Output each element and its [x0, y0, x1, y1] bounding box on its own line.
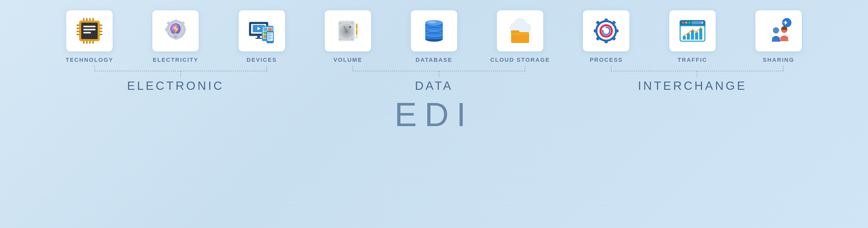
svg-rect-15 [76, 31, 80, 32]
svg-point-71 [339, 39, 341, 40]
svg-rect-119 [695, 32, 698, 40]
svg-rect-30 [174, 33, 178, 35]
svg-point-124 [696, 31, 698, 33]
svg-rect-7 [89, 18, 91, 21]
svg-rect-25 [165, 28, 168, 31]
svg-rect-9 [83, 41, 85, 44]
edi-label: EDI [395, 96, 474, 133]
icon-card-devices [239, 10, 285, 51]
sharing-label: SHARING [763, 56, 794, 63]
icon-item-cloud-storage: CLOUD STORAGE [477, 10, 563, 63]
svg-rect-23 [175, 20, 178, 22]
svg-rect-2 [83, 26, 96, 27]
svg-rect-117 [687, 33, 690, 40]
svg-point-69 [339, 23, 341, 24]
svg-rect-128 [780, 37, 788, 41]
svg-rect-13 [76, 25, 80, 26]
devices-label: DEVICES [247, 56, 277, 63]
svg-point-65 [349, 26, 351, 28]
cloud-storage-label: CLOUD STORAGE [490, 56, 550, 63]
svg-rect-57 [268, 39, 270, 40]
volume-icon [333, 15, 363, 46]
svg-rect-43 [264, 28, 268, 31]
svg-point-123 [692, 29, 693, 31]
svg-rect-8 [92, 18, 94, 21]
svg-rect-12 [92, 41, 94, 44]
svg-point-122 [688, 32, 689, 34]
svg-rect-3 [83, 29, 96, 30]
volume-label: VOLUME [334, 56, 362, 63]
svg-point-125 [700, 27, 702, 29]
icon-item-volume: VOLUME [305, 10, 391, 63]
svg-rect-39 [257, 36, 260, 38]
process-label: PROCESS [590, 56, 623, 63]
svg-rect-17 [99, 25, 102, 26]
svg-rect-67 [356, 24, 358, 29]
devices-icon [246, 15, 277, 46]
svg-point-111 [685, 22, 687, 24]
svg-rect-31 [174, 35, 177, 36]
svg-rect-99 [615, 29, 619, 32]
icon-card-process [583, 10, 629, 51]
icon-item-process: PROCESS [563, 10, 649, 63]
electricity-icon [160, 15, 191, 46]
technology-icon [74, 15, 105, 46]
svg-rect-53 [268, 34, 271, 35]
data-label: DATA [415, 79, 453, 92]
svg-rect-20 [99, 34, 102, 35]
icon-item-sharing: SHARING [736, 10, 822, 63]
svg-rect-1 [81, 23, 98, 39]
icon-card-traffic [669, 10, 716, 51]
svg-point-110 [682, 22, 684, 24]
icon-card-database [411, 10, 457, 51]
svg-rect-6 [86, 18, 88, 21]
svg-point-82 [428, 21, 436, 24]
svg-point-114 [701, 22, 703, 24]
svg-rect-96 [604, 18, 608, 22]
icon-card-technology [66, 10, 113, 51]
group-labels-row: ELECTRONIC DATA INTERCHANGE [0, 79, 868, 92]
svg-rect-4 [83, 32, 91, 33]
icon-card-sharing [755, 10, 802, 51]
electronic-label: ELECTRONIC [127, 79, 224, 92]
icon-item-technology: TECHNOLOGY [46, 10, 132, 63]
icons-row: TECHNOLOGY [0, 10, 868, 63]
icon-item-traffic: TRAFFIC [649, 10, 736, 63]
svg-rect-130 [772, 37, 780, 42]
svg-rect-98 [594, 29, 597, 32]
svg-rect-118 [691, 30, 694, 40]
svg-point-129 [773, 27, 779, 33]
technology-label: TECHNOLOGY [66, 56, 114, 63]
svg-rect-40 [255, 38, 262, 39]
svg-rect-19 [99, 31, 102, 32]
process-icon [591, 15, 622, 46]
icon-card-volume [325, 10, 371, 51]
svg-rect-116 [683, 36, 686, 40]
svg-rect-5 [83, 18, 85, 21]
svg-point-70 [351, 23, 353, 24]
traffic-label: TRAFFIC [678, 56, 707, 63]
icon-item-electricity: ELECTRICITY [132, 10, 219, 63]
icon-item-database: DATABASE [391, 10, 477, 63]
svg-rect-16 [76, 34, 80, 35]
svg-rect-26 [183, 28, 186, 31]
svg-rect-14 [76, 28, 80, 29]
svg-rect-18 [99, 28, 102, 29]
icon-item-devices: DEVICES [219, 10, 305, 63]
database-icon [418, 15, 450, 46]
svg-point-121 [683, 35, 685, 36]
electricity-label: ELECTRICITY [153, 56, 198, 63]
svg-rect-32 [174, 36, 177, 38]
database-label: DATABASE [416, 56, 453, 63]
traffic-icon [677, 15, 708, 46]
sharing-icon [763, 15, 794, 46]
interchange-label: INTERCHANGE [638, 79, 747, 92]
bracket-lines [52, 65, 816, 79]
cloud-storage-icon [505, 15, 535, 46]
svg-point-72 [351, 39, 353, 40]
icon-card-cloud-storage [497, 10, 543, 51]
svg-rect-52 [268, 33, 272, 33]
main-container: TECHNOLOGY [0, 0, 868, 228]
svg-rect-93 [512, 33, 529, 35]
svg-rect-120 [699, 28, 702, 40]
